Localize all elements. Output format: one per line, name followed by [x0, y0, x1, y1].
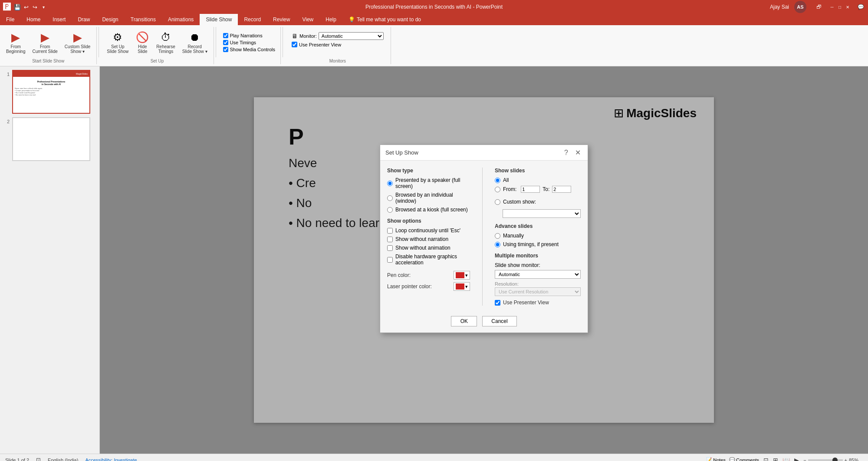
laser-color-picker[interactable]: ▾ — [454, 282, 470, 291]
slide-sorter-icon[interactable]: ⊞ — [772, 456, 779, 461]
dialog-close-button[interactable]: ✕ — [573, 148, 582, 157]
set-up-show-dialog: Set Up Show ? ✕ Show type — [380, 145, 588, 333]
presented-speaker-option[interactable]: Presented by a speaker (full screen) — [387, 177, 470, 189]
record-label: RecordSlide Show ▾ — [182, 44, 207, 54]
view-icons: ⊡ ⊞ 📖 ▶ — [763, 456, 800, 461]
monitor-select[interactable]: Automatic — [319, 32, 384, 40]
powerpoint-icon: 🅿 — [3, 3, 10, 10]
multiple-monitors-section: Slide show monitor: Automatic Resolution… — [495, 262, 581, 306]
tab-insert[interactable]: Insert — [46, 14, 72, 25]
tab-animations[interactable]: Animations — [162, 14, 200, 25]
tab-lightbulb[interactable]: 💡 Tell me what you want to do — [342, 14, 427, 25]
accessibility-label[interactable]: Accessibility: Investigate — [85, 458, 137, 461]
tab-slide-show[interactable]: Slide Show — [200, 14, 238, 25]
close-btn[interactable]: ✕ — [844, 3, 852, 11]
from-beginning-button[interactable]: ▶ FromBeginning — [3, 29, 28, 56]
comments-button[interactable]: 💬 Comments — [729, 457, 759, 461]
show-all-option[interactable]: All — [495, 177, 581, 183]
show-options-checkboxes: Loop continuously until 'Esc' Show witho… — [387, 227, 470, 266]
play-narrations-checkbox[interactable]: Play Narrations — [223, 33, 276, 38]
tab-view[interactable]: View — [296, 14, 319, 25]
slide-thumb-2[interactable]: 2 — [3, 117, 96, 161]
loop-continuously-label: Loop continuously until 'Esc' — [395, 227, 460, 234]
rehearse-timings-button[interactable]: ⏱ RehearseTimings — [154, 29, 178, 56]
zoom-out-icon[interactable]: − — [803, 458, 806, 461]
rehearse-label: RehearseTimings — [156, 44, 175, 54]
from-beginning-label: FromBeginning — [6, 44, 25, 54]
browsed-individual-option[interactable]: Browsed by an individual (window) — [387, 192, 470, 204]
monitor-icon: 🖥 — [292, 33, 298, 40]
from-current-slide-button[interactable]: ▶ FromCurrent Slide — [30, 29, 60, 56]
tab-record[interactable]: Record — [238, 14, 267, 25]
to-value-input[interactable] — [552, 186, 571, 193]
save-icon[interactable]: 💾 — [14, 3, 21, 10]
feedback-icon[interactable]: 💬 — [857, 3, 865, 11]
tab-draw[interactable]: Draw — [72, 14, 96, 25]
record-icon: ⏺ — [188, 30, 202, 44]
manually-option[interactable]: Manually — [495, 233, 581, 239]
zoom-controls: − + 85% — [803, 458, 863, 461]
title-bar-left: 🅿 💾 ↩ ↪ ▾ — [3, 3, 47, 10]
from-value-input[interactable] — [521, 186, 540, 193]
ribbon-tab-row: File Home Insert Draw Design Transitions… — [0, 14, 868, 25]
show-media-controls-checkbox[interactable]: Show Media Controls — [223, 47, 276, 52]
using-timings-label: Using timings, if present — [503, 241, 559, 247]
tab-help[interactable]: Help — [319, 14, 342, 25]
tab-file[interactable]: File — [0, 14, 20, 25]
tab-design[interactable]: Design — [96, 14, 124, 25]
notes-icon: 📝 — [706, 457, 712, 461]
divider-2 — [216, 27, 216, 57]
show-without-animation-option[interactable]: Show without animation — [387, 245, 470, 251]
tab-review[interactable]: Review — [267, 14, 296, 25]
reading-view-icon[interactable]: 📖 — [782, 456, 791, 461]
avatar[interactable]: AS — [794, 1, 806, 13]
notes-button[interactable]: 📝 Notes — [706, 457, 726, 461]
redo-icon[interactable]: ↪ — [31, 3, 38, 10]
browsed-kiosk-option[interactable]: Browsed at a kiosk (full screen) — [387, 207, 470, 213]
ribbon: File Home Insert Draw Design Transitions… — [0, 14, 868, 66]
monitor-row: 🖥 Monitor: Automatic — [292, 32, 384, 40]
dialog-help-button[interactable]: ? — [562, 149, 570, 157]
zoom-slider[interactable] — [808, 459, 843, 461]
status-bar: Slide 1 of 2 ⊡ English (India) Accessibi… — [0, 454, 868, 461]
monitor-label: Monitor: — [299, 33, 317, 39]
custom-slide-show-button[interactable]: ▶ Custom SlideShow ▾ — [62, 29, 93, 56]
browsed-kiosk-label: Browsed at a kiosk (full screen) — [395, 207, 468, 213]
pen-color-picker[interactable]: ▾ — [454, 271, 470, 280]
hide-slide-button[interactable]: 🚫 HideSlide — [133, 29, 152, 56]
zoom-in-icon[interactable]: + — [845, 458, 847, 461]
show-from-option[interactable]: From: — [495, 186, 516, 192]
pen-color-row: Pen color: ▾ — [387, 271, 470, 280]
dialog-left-col: Show type Presented by a speaker (full s… — [387, 168, 470, 306]
restore-btn[interactable]: □ — [836, 3, 844, 11]
normal-view-icon[interactable]: ⊡ — [763, 456, 769, 461]
using-timings-option[interactable]: Using timings, if present — [495, 241, 581, 247]
slide-thumb-1[interactable]: 1 MagicSlides Professional Presentations… — [3, 70, 96, 114]
cancel-button[interactable]: Cancel — [482, 316, 516, 326]
custom-show-option[interactable]: Custom show: — [495, 199, 581, 205]
slide-show-icon[interactable]: ▶ — [793, 456, 800, 461]
show-without-narration-option[interactable]: Show without narration — [387, 236, 470, 242]
ok-button[interactable]: OK — [451, 316, 477, 326]
undo-icon[interactable]: ↩ — [23, 3, 30, 10]
custom-show-dropdown[interactable] — [503, 209, 581, 218]
to-label: To: — [542, 186, 549, 192]
divider-1 — [99, 27, 99, 57]
tab-home[interactable]: Home — [20, 14, 46, 25]
ribbon-collapse-btn[interactable]: 🗗 — [815, 3, 823, 11]
quick-access-customize[interactable]: ▾ — [40, 3, 47, 10]
use-presenter-view-ribbon[interactable]: Use Presenter View — [292, 42, 384, 47]
minimize-btn[interactable]: ─ — [828, 3, 836, 11]
vertical-divider — [482, 168, 483, 306]
loop-continuously-option[interactable]: Loop continuously until 'Esc' — [387, 227, 470, 234]
use-presenter-view-checkbox[interactable] — [495, 300, 500, 306]
monitors-section: 🖥 Monitor: Automatic Use Presenter View — [288, 30, 387, 49]
use-timings-checkbox[interactable]: Use Timings — [223, 40, 276, 45]
zoom-percent[interactable]: 85% — [849, 458, 863, 461]
tab-transitions[interactable]: Transitions — [125, 14, 162, 25]
group-start-slide-show: ▶ FromBeginning ▶ FromCurrent Slide ▶ Cu… — [0, 27, 97, 64]
disable-hw-acceleration-option[interactable]: Disable hardware graphics acceleration — [387, 254, 470, 266]
slide-show-monitor-dropdown[interactable]: Automatic — [495, 270, 581, 279]
set-up-slide-show-button[interactable]: ⚙ Set UpSlide Show — [104, 29, 131, 56]
record-slide-show-button[interactable]: ⏺ RecordSlide Show ▾ — [180, 29, 210, 56]
